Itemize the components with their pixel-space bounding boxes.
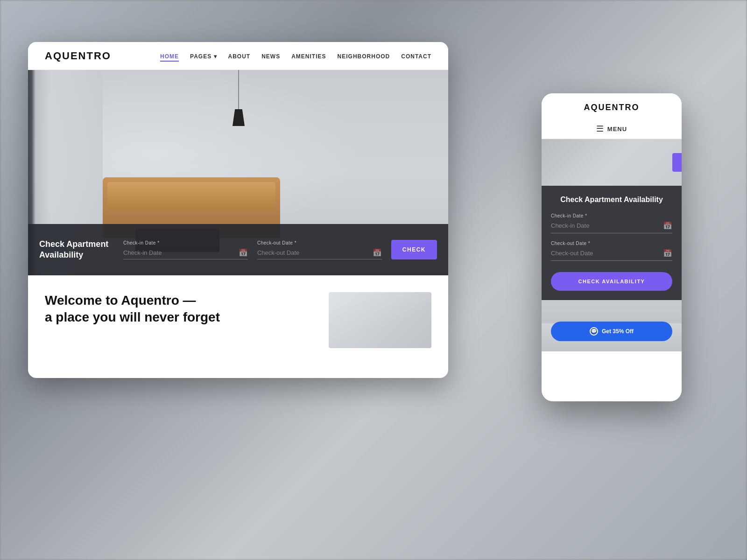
chat-icon: 💬 [590, 327, 598, 336]
nav-item-about[interactable]: ABOUT [228, 52, 251, 60]
desktop-checkout-input[interactable] [257, 249, 373, 256]
mobile-hero [542, 139, 682, 186]
desktop-check-button[interactable]: CHECK [391, 240, 437, 259]
mobile-checkin-label: Check-in Date * [551, 213, 672, 218]
hamburger-icon: ☰ [596, 124, 604, 134]
desktop-booking-bar: Check Apartment Availability Check-in Da… [28, 224, 448, 275]
mobile-logo: AQUENTRO [551, 103, 672, 112]
desktop-hero: Check Apartment Availability Check-in Da… [28, 70, 448, 275]
nav-link-amenities[interactable]: AMENITIES [291, 53, 326, 60]
mobile-checkout-field: Check-out Date * 📅 [551, 241, 672, 261]
nav-link-about[interactable]: ABOUT [228, 53, 251, 60]
desktop-nav-links: HOME PAGES ▾ ABOUT NEWS AMENITIES NEIGHB… [160, 52, 431, 60]
checkin-calendar-icon: 📅 [239, 248, 248, 257]
mobile-checkin-wrap: 📅 [551, 221, 672, 233]
welcome-line1: Welcome to Aquentro — [45, 293, 196, 308]
desktop-checkout-field: Check-out Date * 📅 [257, 240, 382, 259]
mobile-mockup: AQUENTRO ☰ MENU Check Apartment Availabi… [542, 93, 682, 401]
mobile-checkin-calendar-icon: 📅 [663, 221, 672, 230]
desktop-checkin-label: Check-in Date * [123, 240, 248, 245]
mobile-booking-section: Check Apartment Availability Check-in Da… [542, 186, 682, 300]
mobile-checkout-calendar-icon: 📅 [663, 249, 672, 258]
desktop-navbar: AQUENTRO HOME PAGES ▾ ABOUT NEWS AMENITI… [28, 42, 448, 70]
checkout-calendar-icon: 📅 [373, 248, 382, 257]
desktop-checkout-label: Check-out Date * [257, 240, 382, 245]
nav-item-news[interactable]: NEWS [261, 52, 280, 60]
welcome-text: Welcome to Aquentro — a place you will n… [45, 292, 220, 326]
mobile-header: AQUENTRO [542, 93, 682, 119]
mobile-booking-title: Check Apartment Availability [551, 195, 672, 205]
nav-link-contact[interactable]: CONTACT [401, 53, 431, 60]
desktop-checkin-wrap: 📅 [123, 248, 248, 259]
purple-strip-accent [672, 153, 682, 172]
desktop-mockup: AQUENTRO HOME PAGES ▾ ABOUT NEWS AMENITI… [28, 42, 448, 378]
mobile-checkin-input[interactable] [551, 222, 663, 229]
promo-button-label: Get 35% Off [602, 328, 634, 335]
mobile-menu-label: MENU [607, 126, 627, 133]
nav-link-news[interactable]: NEWS [261, 53, 280, 60]
desktop-checkout-wrap: 📅 [257, 248, 382, 259]
welcome-line2: a place you will never forget [45, 310, 220, 324]
welcome-heading: Welcome to Aquentro — a place you will n… [45, 292, 220, 326]
desktop-welcome-section: Welcome to Aquentro — a place you will n… [28, 275, 448, 365]
mobile-hero-image [542, 139, 682, 186]
mobile-check-button[interactable]: CHECK AVAILABILITY [551, 272, 672, 291]
nav-item-amenities[interactable]: AMENITIES [291, 52, 326, 60]
room-lamp [238, 70, 239, 126]
desktop-checkin-field: Check-in Date * 📅 [123, 240, 248, 259]
nav-link-home[interactable]: HOME [160, 53, 179, 62]
nav-item-pages[interactable]: PAGES ▾ [190, 52, 217, 60]
desktop-checkin-input[interactable] [123, 249, 239, 256]
mobile-checkout-wrap: 📅 [551, 249, 672, 261]
mobile-bottom-image: 💬 Get 35% Off [542, 300, 682, 351]
mobile-checkout-input[interactable] [551, 250, 663, 257]
mobile-menu-bar[interactable]: ☰ MENU [542, 119, 682, 139]
welcome-image [329, 292, 431, 348]
nav-item-home[interactable]: HOME [160, 52, 179, 60]
nav-link-pages[interactable]: PAGES ▾ [190, 53, 217, 60]
desktop-booking-title: Check Apartment Availability [39, 239, 114, 261]
nav-item-neighborhood[interactable]: NEIGHBORHOOD [338, 52, 390, 60]
desktop-logo: AQUENTRO [45, 50, 111, 62]
nav-link-neighborhood[interactable]: NEIGHBORHOOD [338, 53, 390, 60]
mobile-checkout-label: Check-out Date * [551, 241, 672, 246]
promo-button[interactable]: 💬 Get 35% Off [551, 322, 672, 341]
nav-item-contact[interactable]: CONTACT [401, 52, 431, 60]
mobile-checkin-field: Check-in Date * 📅 [551, 213, 672, 233]
